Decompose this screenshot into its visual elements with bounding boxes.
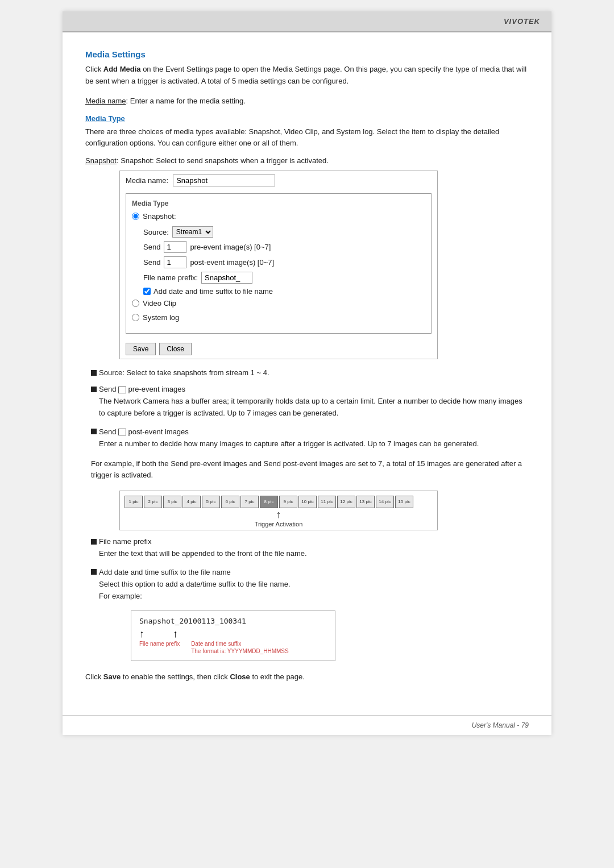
send2-suffix: post-event image(s) [0~7] [190,258,274,267]
example-paragraph: For example, if both the Send pre-event … [85,458,529,482]
media-name-label: Media name [85,97,126,105]
system-log-label: System log [143,313,179,322]
bullet-source-text: Source: Select to take snapshots from st… [99,368,269,377]
bullet-send-pre: Send pre-event images The Network Camera… [85,385,529,420]
suffix-label: Date and time suffix The format is: YYYY… [191,640,289,655]
date-suffix-checkbox[interactable] [143,288,151,295]
intro-paragraph: Click Add Media on the Event Settings pa… [85,64,529,88]
media-name-input[interactable] [173,175,275,186]
bullet-send-pre-header: Send pre-event images [91,385,529,393]
img-cell-5: 5 pic [202,496,220,508]
send-pre-input[interactable] [164,241,186,253]
media-type-description: There are three choices of media types a… [85,126,529,150]
save-button[interactable]: Save [126,343,156,355]
date-suffix-checkbox-row: Add date and time suffix to file name [143,287,425,296]
snapshot-radio-label: Snapshot: [143,212,176,221]
source-label: Source: [143,228,169,236]
image-strip-diagram: 1 pic 2 pic 3 pic 4 pic 5 pic 6 pic 7 pi… [119,491,438,530]
snapshot-example-box: Snapshot_20100113_100341 ↑ ↑ File name p… [131,610,335,661]
form-media-name-row: Media name: [120,171,437,190]
file-prefix-input[interactable] [201,272,252,284]
bullet-file-prefix-header: File name prefix [91,537,529,546]
bullet-icon-prefix [91,539,97,545]
trigger-arrow-icon: ↑ [276,509,281,520]
snapshot-filename: Snapshot_20100113_100341 [139,617,327,625]
img-cell-7: 7 pic [240,496,259,508]
bullet-date-suffix-text: Add date and time suffix to the file nam… [99,568,231,576]
img-cell-4: 4 pic [182,496,201,508]
send2-label: Send [143,258,160,267]
form-media-name-label: Media name: [126,176,168,185]
img-cell-6: 6 pic [221,496,239,508]
bullet-file-prefix: File name prefix Enter the text that wil… [85,537,529,560]
video-clip-label: Video Clip [143,299,176,308]
close-button[interactable]: Close [159,343,192,355]
bullet-icon-pre [91,387,97,392]
bullet-send-pre-body: The Network Camera has a buffer area; it… [91,396,529,420]
image-strip: 1 pic 2 pic 3 pic 4 pic 5 pic 6 pic 7 pi… [125,496,433,508]
bullet-icon-suffix [91,569,97,575]
img-cell-9: 9 pic [279,496,297,508]
img-cell-15: 15 pic [395,496,413,508]
arrow-prefix: ↑ [139,629,144,639]
media-type-box-title: Media Type [132,200,425,207]
bullet-send-pre-text: Send pre-event images [99,385,185,393]
source-select[interactable]: Stream1 Stream2 Stream3 Stream4 [172,226,213,238]
video-clip-radio[interactable] [132,300,139,307]
form-buttons: Save Close [120,339,437,359]
date-suffix-label: Add date and time suffix to file name [154,287,273,296]
page-number: User's Manual - 79 [472,721,529,729]
brand-logo: VIVOTEK [504,17,540,26]
send-post-input[interactable] [164,256,186,268]
bullet-file-prefix-text: File name prefix [99,537,151,546]
send-pre-row: Send pre-event image(s) [0~7] [143,241,425,253]
arrow-labels: File name prefix Date and time suffix Th… [139,640,327,655]
trigger-arrow-row: ↑ [125,509,433,520]
img-cell-2: 2 pic [144,496,162,508]
bullet-send-post: Send post-event images Enter a number to… [85,427,529,450]
img-cell-1: 1 pic [125,496,143,508]
send-post-row: Send post-event image(s) [0~7] [143,256,425,268]
img-cell-13: 13 pic [356,496,375,508]
system-log-radio[interactable] [132,314,139,321]
video-clip-radio-row: Video Clip [132,299,425,308]
file-prefix-row: File name prefix: [143,272,425,284]
bullet-date-suffix-header: Add date and time suffix to the file nam… [91,568,529,576]
snapshot-radio[interactable] [132,213,139,220]
bullet-date-suffix: Add date and time suffix to the file nam… [85,568,529,603]
bullet-icon [91,370,97,376]
bullet-file-prefix-body: Enter the text that will be appended to … [91,548,529,560]
trigger-label: Trigger Activation [125,521,433,528]
bullet-date-suffix-body: Select this option to add a date/time su… [91,579,529,603]
prefix-label: File name prefix [139,640,180,655]
page-footer: User's Manual - 79 [63,715,551,735]
snapshot-intro: Snapshot: Snapshot: Select to send snaps… [85,156,529,165]
img-cell-12: 12 pic [337,496,355,508]
bullet-send-post-body: Enter a number to decide how many images… [91,438,529,450]
bullet-source: Source: Select to take snapshots from st… [85,368,529,377]
snapshot-radio-row: Snapshot: [132,212,425,221]
img-cell-8: 8 pic [260,496,278,508]
source-row: Source: Stream1 Stream2 Stream3 Stream4 [143,226,425,238]
img-cell-11: 11 pic [318,496,336,508]
bullet-icon-post [91,429,97,434]
img-cell-14: 14 pic [376,496,394,508]
system-log-radio-row: System log [132,313,425,322]
arrow-suffix: ↑ [173,629,178,639]
media-type-subtitle: Media Type [85,114,529,123]
file-prefix-label: File name prefix: [143,273,198,282]
send1-label: Send [143,243,160,251]
footer-instruction: Click Save to enable the settings, then … [85,672,529,681]
page-content: Media Settings Click Add Media on the Ev… [63,32,551,704]
bullet-send-post-text: Send post-event images [99,427,189,436]
media-settings-form: Media name: Media Type Snapshot: Source:… [119,171,438,359]
page-header: VIVOTEK [63,11,551,32]
img-cell-3: 3 pic [163,496,181,508]
media-name-desc: Media name: Enter a name for the media s… [85,97,529,105]
snapshot-options: Source: Stream1 Stream2 Stream3 Stream4 … [143,226,425,284]
img-cell-10: 10 pic [298,496,317,508]
media-type-box: Media Type Snapshot: Source: Stream1 Str… [126,193,432,334]
arrows-row: ↑ ↑ [139,629,327,639]
send1-suffix: pre-event image(s) [0~7] [190,243,271,251]
page-title: Media Settings [85,49,529,59]
